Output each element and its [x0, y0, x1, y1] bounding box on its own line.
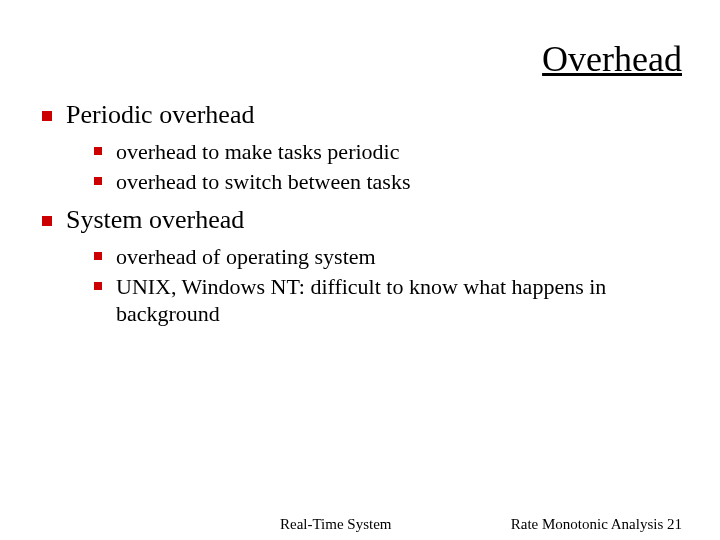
- list-item: overhead to make tasks periodic: [92, 138, 690, 166]
- bullet-text: overhead of operating system: [116, 244, 376, 269]
- list-item: System overhead overhead of operating sy…: [36, 205, 690, 328]
- bullet-text: Periodic overhead: [66, 100, 254, 129]
- bullet-text: System overhead: [66, 205, 244, 234]
- footer-right-text: Rate Monotonic Analysis 21: [511, 516, 682, 533]
- list-item: overhead of operating system: [92, 243, 690, 271]
- bullet-list-level1: Periodic overhead overhead to make tasks…: [30, 100, 690, 328]
- list-item: UNIX, Windows NT: difficult to know what…: [92, 273, 690, 328]
- bullet-text: overhead to make tasks periodic: [116, 139, 399, 164]
- list-item: overhead to switch between tasks: [92, 168, 690, 196]
- bullet-text: overhead to switch between tasks: [116, 169, 410, 194]
- footer-left-text: Real-Time System: [280, 516, 392, 533]
- bullet-text: UNIX, Windows NT: difficult to know what…: [116, 274, 606, 327]
- bullet-list-level2: overhead to make tasks periodic overhead…: [66, 138, 690, 195]
- list-item: Periodic overhead overhead to make tasks…: [36, 100, 690, 195]
- slide: Overhead Periodic overhead overhead to m…: [0, 0, 720, 540]
- bullet-list-level2: overhead of operating system UNIX, Windo…: [66, 243, 690, 328]
- slide-title: Overhead: [30, 38, 690, 80]
